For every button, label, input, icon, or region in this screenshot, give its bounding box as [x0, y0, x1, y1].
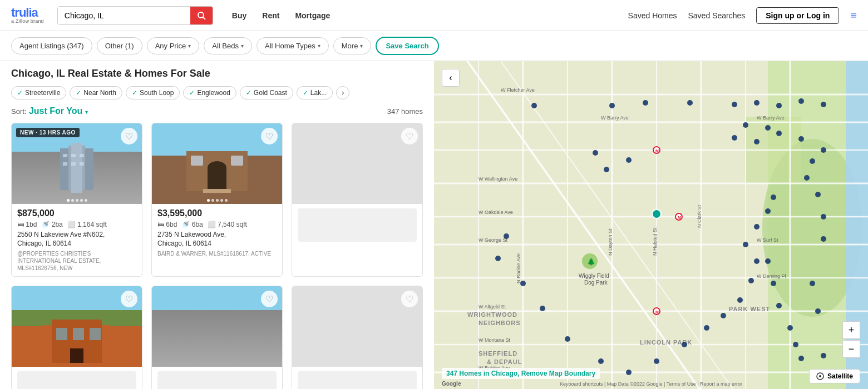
favorite-button-6[interactable]: ♡ — [401, 291, 418, 307]
map-container[interactable]: W Fletcher Ave W Barry Ave W Barry Ave W… — [434, 61, 868, 389]
search-bar[interactable] — [57, 6, 213, 25]
hamburger-menu-icon[interactable]: ≡ — [850, 9, 857, 22]
beds-label: All Beds — [212, 42, 239, 50]
svg-point-86 — [776, 103, 782, 108]
svg-rect-15 — [191, 156, 203, 166]
svg-rect-23 — [70, 348, 83, 363]
listing-info-1: $875,000 🛏 1bd 🚿 2ba ⬜ 1,164 sqft 2550 N… — [12, 204, 142, 276]
listing-image-3: ♡ — [292, 123, 422, 204]
svg-point-121 — [793, 342, 798, 347]
svg-text:W Deming Pl: W Deming Pl — [757, 273, 786, 279]
save-search-button[interactable]: Save Search — [376, 37, 438, 55]
listing-baths-1: 🚿 2ba — [41, 221, 62, 228]
price-filter[interactable]: Any Price ▾ — [147, 37, 200, 54]
svg-point-81 — [609, 103, 615, 108]
neighborhood-tag-goldcoast[interactable]: ✓ Gold Coast — [240, 86, 293, 99]
search-input[interactable] — [58, 7, 190, 24]
svg-text:🌲: 🌲 — [587, 257, 595, 266]
favorite-button-1[interactable]: ♡ — [121, 128, 137, 144]
svg-point-119 — [776, 303, 782, 308]
neighborhood-label: Streeterville — [25, 89, 60, 97]
main-nav: Buy Rent Mortgage — [226, 9, 336, 22]
listing-card-3[interactable]: ♡ — [292, 123, 423, 277]
map-back-button[interactable]: ‹ — [442, 69, 460, 87]
svg-point-96 — [626, 157, 632, 163]
favorite-button-4[interactable]: ♡ — [121, 291, 137, 307]
svg-point-88 — [821, 102, 826, 107]
save-search-label: Save Search — [386, 42, 428, 50]
remove-boundary-link[interactable]: Remove Map Boundary — [521, 370, 595, 377]
svg-point-112 — [754, 258, 760, 264]
listing-card-1[interactable]: NEW · 13 HRS AGO ♡ — [11, 123, 142, 277]
svg-point-80 — [531, 103, 537, 108]
svg-point-131 — [821, 214, 826, 220]
sort-value[interactable]: Just For You — [29, 106, 82, 116]
check-icon: ✓ — [76, 89, 81, 97]
svg-text:Wiggly Field: Wiggly Field — [579, 273, 609, 279]
other-filter[interactable]: Other (1) — [97, 37, 142, 54]
neighborhood-label: Gold Coast — [254, 89, 287, 97]
listing-image-6: ♡ — [292, 286, 422, 367]
listing-info-4 — [12, 367, 142, 389]
neighborhood-tag-lak[interactable]: ✓ Lak... — [297, 86, 333, 99]
satellite-button[interactable]: Satellite — [809, 369, 860, 383]
dot — [211, 199, 214, 202]
nav-buy[interactable]: Buy — [226, 9, 252, 22]
saved-searches-link[interactable]: Saved Searches — [688, 11, 746, 20]
listing-info-3 — [292, 204, 422, 246]
home-types-filter[interactable]: All Home Types ▾ — [257, 37, 329, 54]
dot — [85, 199, 87, 202]
listing-card-4[interactable]: ♡ — [11, 286, 142, 389]
listing-details-1: 🛏 1bd 🚿 2ba ⬜ 1,164 sqft — [17, 221, 136, 228]
zoom-out-button[interactable]: − — [842, 340, 860, 358]
svg-point-97 — [604, 167, 609, 172]
home-types-chevron-icon: ▾ — [318, 43, 320, 49]
listing-details-2: 🛏 6bd 🚿 6ba ⬜ 7,540 sqft — [157, 221, 277, 228]
svg-text:PARK WEST: PARK WEST — [729, 306, 770, 312]
neighborhood-tag-streeterville[interactable]: ✓ Streeterville — [11, 86, 66, 99]
check-icon: ✓ — [189, 89, 195, 97]
zoom-in-button[interactable]: + — [842, 321, 860, 339]
price-label: Any Price — [155, 42, 186, 50]
svg-point-87 — [798, 98, 804, 104]
neighborhood-tag-nearnorth[interactable]: ✓ Near North — [70, 86, 122, 99]
nav-rent[interactable]: Rent — [257, 9, 285, 22]
building-illustration — [43, 143, 110, 193]
listing-image-2: ♡ — [152, 123, 282, 204]
svg-text:NEIGHBORS: NEIGHBORS — [479, 320, 521, 326]
neighborhood-label: Englewood — [197, 89, 230, 97]
map-homes-label: 347 Homes in Chicago, Remove Map Boundar… — [442, 368, 600, 379]
svg-point-110 — [737, 297, 743, 303]
beds-filter[interactable]: All Beds ▾ — [204, 37, 252, 54]
listing-card-6[interactable]: ♡ — [292, 286, 423, 389]
svg-point-118 — [771, 281, 776, 286]
neighborhood-scroll-right-button[interactable]: › — [336, 86, 349, 99]
homes-count: 347 homes — [387, 107, 423, 116]
signup-button[interactable]: Sign up or Log in — [756, 7, 839, 24]
favorite-button-5[interactable]: ♡ — [261, 291, 278, 307]
map-zoom-controls: + − — [842, 321, 860, 358]
svg-text:N Halsted St: N Halsted St — [652, 227, 658, 256]
favorite-button-3[interactable]: ♡ — [401, 128, 418, 144]
nav-mortgage[interactable]: Mortgage — [289, 9, 336, 22]
agent-listings-label: Agent Listings (347) — [19, 42, 84, 50]
listing-card-5[interactable]: ♡ — [151, 286, 283, 389]
neighborhood-tag-englewood[interactable]: ✓ Englewood — [183, 86, 236, 99]
search-button[interactable] — [190, 7, 213, 24]
favorite-button-2[interactable]: ♡ — [261, 128, 278, 144]
saved-homes-link[interactable]: Saved Homes — [628, 11, 677, 20]
sort-chevron-icon: ▾ — [85, 109, 88, 115]
listings-grid-row1: NEW · 13 HRS AGO ♡ — [11, 123, 423, 277]
svg-point-101 — [520, 281, 526, 286]
neighborhood-tag-southloop[interactable]: ✓ South Loop — [126, 86, 180, 99]
listing-card-2[interactable]: ♡ — [151, 123, 283, 277]
listing-baths-2: 🚿 6ba — [181, 221, 203, 228]
neighborhood-tags: ✓ Streeterville ✓ Near North ✓ South Loo… — [11, 86, 423, 99]
agent-listings-filter[interactable]: Agent Listings (347) — [11, 37, 92, 54]
new-badge-1: NEW · 13 HRS AGO — [16, 128, 80, 137]
svg-point-132 — [821, 236, 826, 242]
svg-point-128 — [810, 158, 815, 164]
svg-point-124 — [798, 356, 804, 361]
more-filter[interactable]: More ▾ — [333, 37, 372, 54]
svg-point-106 — [654, 358, 659, 364]
